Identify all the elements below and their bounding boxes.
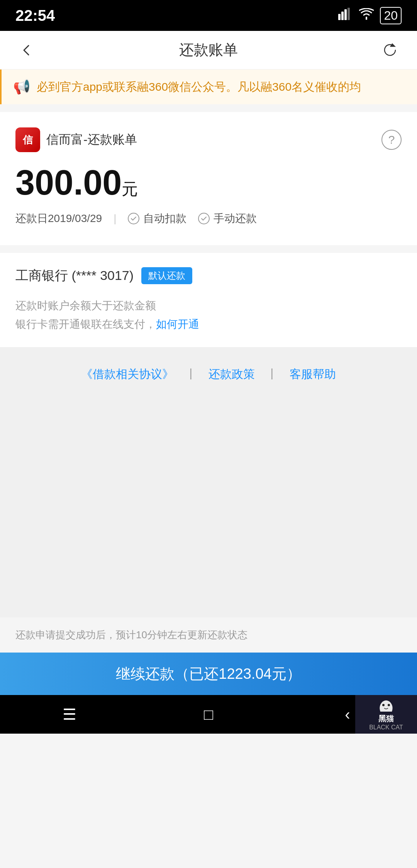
bank-section: 工商银行 (**** 3017) 默认还款 [0, 253, 417, 298]
card-header: 信 信而富-还款账单 ? [15, 127, 402, 152]
amount-row: 300.00元 [15, 164, 402, 202]
wifi-icon [359, 8, 374, 23]
repay-policy-link[interactable]: 还款政策 [208, 366, 255, 382]
manual-repay-check [198, 213, 210, 224]
manual-repay: 手动还款 [198, 211, 257, 226]
auto-deduct: 自动扣款 [128, 211, 186, 226]
status-icons: 20 [338, 7, 402, 24]
blackcat-sublabel: BLACK CAT [369, 724, 403, 731]
bank-info-section: 还款时账户余额大于还款金额 银行卡需开通银联在线支付，如何开通 [0, 298, 417, 347]
help-button[interactable]: ? [381, 130, 402, 150]
blackcat-watermark: 黑猫 BLACK CAT [355, 695, 417, 734]
nav-home[interactable]: □ [139, 706, 278, 723]
svg-rect-2 [344, 9, 347, 20]
svg-rect-0 [338, 14, 341, 20]
signal-icon [338, 8, 353, 23]
bottom-tip: 还款申请提交成功后，预计10分钟左右更新还款状态 [0, 617, 417, 653]
sep2: 丨 [266, 366, 278, 382]
gray-area: 《借款相关协议》 丨 还款政策 丨 客服帮助 [0, 347, 417, 617]
action-button-text: 继续还款（已还1223.04元） [116, 664, 301, 684]
notice-banner: 📢 必到官方app或联系融360微信公众号。凡以融360名义催收的均 [0, 70, 417, 104]
header: 还款账单 [0, 31, 417, 70]
svg-point-6 [388, 704, 390, 706]
svg-rect-3 [348, 8, 350, 20]
bottom-nav: ☰ □ ‹ 黑猫 BLACK CAT [0, 695, 417, 734]
loan-agreement-link[interactable]: 《借款相关协议》 [81, 366, 174, 382]
bank-info-1: 还款时账户余额大于还款金额 [15, 298, 402, 313]
amount-value: 300.00 [15, 163, 122, 202]
svg-rect-1 [341, 12, 344, 20]
back-button[interactable] [15, 39, 39, 62]
amount-unit: 元 [122, 180, 138, 198]
blackcat-label: 黑猫 [378, 714, 394, 724]
notice-text: 必到官方app或联系融360微信公众号。凡以融360名义催收的均 [37, 79, 361, 95]
bottom-tip-text: 还款申请提交成功后，预计10分钟左右更新还款状态 [15, 629, 247, 641]
repay-date: 还款日2019/03/29 [15, 211, 102, 226]
brand-logo: 信 [15, 127, 40, 152]
divider: | [114, 212, 116, 225]
refresh-button[interactable] [378, 39, 402, 62]
date-row: 还款日2019/03/29 | 自动扣款 手动还款 [15, 211, 402, 226]
card-title: 信而富-还款账单 [46, 131, 137, 148]
card-logo-title: 信 信而富-还款账单 [15, 127, 137, 152]
manual-repay-label: 手动还款 [214, 211, 257, 226]
how-to-link[interactable]: 如何开通 [156, 318, 199, 330]
auto-deduct-label: 自动扣款 [143, 211, 186, 226]
notice-icon: 📢 [13, 79, 31, 95]
svg-point-5 [382, 704, 385, 706]
action-button[interactable]: 继续还款（已还1223.04元） [0, 653, 417, 695]
default-badge: 默认还款 [141, 267, 192, 284]
bank-name: 工商银行 (**** 3017) [15, 267, 134, 285]
page-title: 还款账单 [179, 40, 238, 60]
customer-service-link[interactable]: 客服帮助 [290, 366, 336, 382]
status-bar: 22:54 20 [0, 0, 417, 31]
main-card: 信 信而富-还款账单 ? 300.00元 还款日2019/03/29 | 自动扣… [0, 112, 417, 245]
bank-row: 工商银行 (**** 3017) 默认还款 [15, 267, 402, 285]
sep1: 丨 [185, 366, 197, 382]
links-row: 《借款相关协议》 丨 还款政策 丨 客服帮助 [81, 366, 336, 382]
auto-deduct-check [128, 213, 139, 224]
battery-icon: 20 [380, 7, 402, 24]
nav-menu[interactable]: ☰ [0, 705, 139, 723]
bank-info-2: 银行卡需开通银联在线支付，如何开通 [15, 317, 402, 332]
status-time: 22:54 [15, 7, 55, 24]
